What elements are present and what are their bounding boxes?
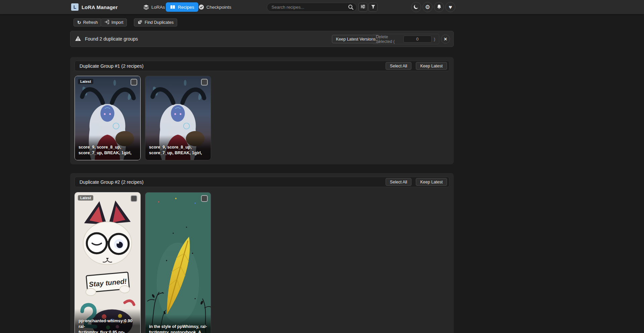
refresh-label: Refresh xyxy=(83,20,98,25)
caption-line: score_9, score_8_up, xyxy=(79,145,137,150)
search-icon xyxy=(348,4,354,11)
tab-label: LoRAs xyxy=(151,5,165,10)
latest-badge: Latest xyxy=(78,79,93,84)
delete-selected-button[interactable]: Delete Selected ( ) xyxy=(372,34,439,44)
close-banner-button[interactable]: × xyxy=(441,35,450,44)
caption-line: score_9, score_8_up, xyxy=(149,145,207,150)
group-header: Duplicate Group #2 (2 recipes) Select Al… xyxy=(75,177,449,187)
layers-icon xyxy=(143,4,149,10)
recipe-card[interactable]: Stay tuned! Latest pp-enchanted-whimsy:0… xyxy=(75,192,141,333)
caption-line: frctlgmtry, flux:0.85 pp- xyxy=(79,330,137,333)
brand[interactable]: L LoRA Manager xyxy=(71,0,118,14)
group-title: Duplicate Group #1 (2 recipes) xyxy=(80,63,144,69)
card-checkbox[interactable] xyxy=(131,195,137,202)
duplicate-icon xyxy=(138,19,143,25)
find-duplicates-label: Find Duplicates xyxy=(145,20,174,25)
recipe-caption: score_9, score_8_up, score_7_up, BREAK, … xyxy=(75,135,140,160)
tab-label: Recipes xyxy=(178,5,194,10)
search-container xyxy=(267,3,357,12)
alert-message: Found 2 duplicate groups xyxy=(85,36,138,42)
book-icon xyxy=(170,5,176,10)
select-all-label: Select All xyxy=(390,64,407,68)
caption-line: score_7_up, BREAK, 1girl, xyxy=(79,150,137,156)
select-all-button[interactable]: Select All xyxy=(386,62,411,70)
recipe-card[interactable]: in the style of ppWhimsy, ral- frctlgmtr… xyxy=(145,192,211,333)
import-icon xyxy=(104,19,109,25)
recipe-preview-image xyxy=(145,192,211,333)
navbar: L LoRA Manager LoRAs Recipes Checkpoints xyxy=(0,0,644,14)
duplicates-alert-banner: Found 2 duplicate groups Keep Latest Ver… xyxy=(70,31,454,47)
refresh-button[interactable]: ↻ Refresh xyxy=(73,18,102,26)
notifications-button[interactable] xyxy=(434,2,444,12)
keep-latest-button[interactable]: Keep Latest xyxy=(416,178,447,186)
keep-latest-versions-label: Keep Latest Versions xyxy=(336,37,376,42)
app-logo-icon: L xyxy=(71,3,79,11)
delete-selected-suffix: ) xyxy=(434,37,435,42)
filter-button[interactable] xyxy=(368,3,378,12)
tab-recipes[interactable]: Recipes xyxy=(166,2,198,12)
caption-line: frctlgmtry, ppstorybook, A xyxy=(149,330,207,333)
recipe-caption: in the style of ppWhimsy, ral- frctlgmtr… xyxy=(145,315,211,333)
caption-line: pp-enchanted-whimsy:0.90 ral- xyxy=(79,318,137,330)
search-input[interactable] xyxy=(267,3,357,12)
group-title: Duplicate Group #2 (2 recipes) xyxy=(80,179,144,185)
settings-button[interactable]: ⚙ xyxy=(423,2,433,12)
select-all-label: Select All xyxy=(390,180,407,184)
latest-badge: Latest xyxy=(78,195,93,201)
duplicate-group-1: Duplicate Group #1 (2 recipes) Select Al… xyxy=(70,57,454,164)
card-checkbox[interactable] xyxy=(201,79,208,86)
import-label: Import xyxy=(111,20,123,25)
recipe-caption: pp-enchanted-whimsy:0.90 ral- frctlgmtry… xyxy=(75,309,140,333)
caption-line: score_7_up, BREAK, 1girl, xyxy=(149,150,207,156)
theme-toggle-button[interactable] xyxy=(411,2,421,12)
recipe-card[interactable]: score_9, score_8_up, score_7_up, BREAK, … xyxy=(145,76,211,160)
recipe-card[interactable]: Latest score_9, score_8_up, score_7_up, … xyxy=(75,76,141,160)
moon-icon xyxy=(413,4,419,10)
tab-label: Checkpoints xyxy=(206,5,231,10)
keep-latest-label: Keep Latest xyxy=(420,64,443,68)
import-button[interactable]: Import xyxy=(101,18,127,26)
warning-icon xyxy=(75,36,81,43)
check-circle-icon xyxy=(199,4,204,10)
card-checkbox[interactable] xyxy=(201,195,208,202)
selected-count-input[interactable] xyxy=(403,36,432,43)
card-checkbox[interactable] xyxy=(131,79,137,86)
filter-funnel-icon xyxy=(371,4,376,10)
app-title: LoRA Manager xyxy=(82,4,118,10)
bell-icon xyxy=(437,4,442,10)
heart-icon: ♥ xyxy=(449,4,452,10)
find-duplicates-button[interactable]: Find Duplicates xyxy=(134,18,177,26)
close-icon: × xyxy=(444,37,447,42)
gear-icon: ⚙ xyxy=(425,4,430,10)
keep-latest-button[interactable]: Keep Latest xyxy=(416,62,447,70)
tab-loras[interactable]: LoRAs xyxy=(139,2,169,12)
duplicate-group-2: Duplicate Group #2 (2 recipes) Select Al… xyxy=(70,173,454,333)
keep-latest-label: Keep Latest xyxy=(420,180,443,184)
favorites-button[interactable]: ♥ xyxy=(445,2,455,12)
caption-line: in the style of ppWhimsy, ral- xyxy=(149,324,207,330)
sort-options-button[interactable] xyxy=(358,3,367,12)
select-all-button[interactable]: Select All xyxy=(386,178,411,186)
tab-checkpoints[interactable]: Checkpoints xyxy=(195,2,235,12)
recipe-caption: score_9, score_8_up, score_7_up, BREAK, … xyxy=(145,135,211,160)
sliders-icon xyxy=(360,4,365,10)
refresh-icon: ↻ xyxy=(77,20,81,25)
group-header: Duplicate Group #1 (2 recipes) Select Al… xyxy=(75,61,449,71)
delete-selected-prefix: Delete Selected ( xyxy=(376,35,401,44)
